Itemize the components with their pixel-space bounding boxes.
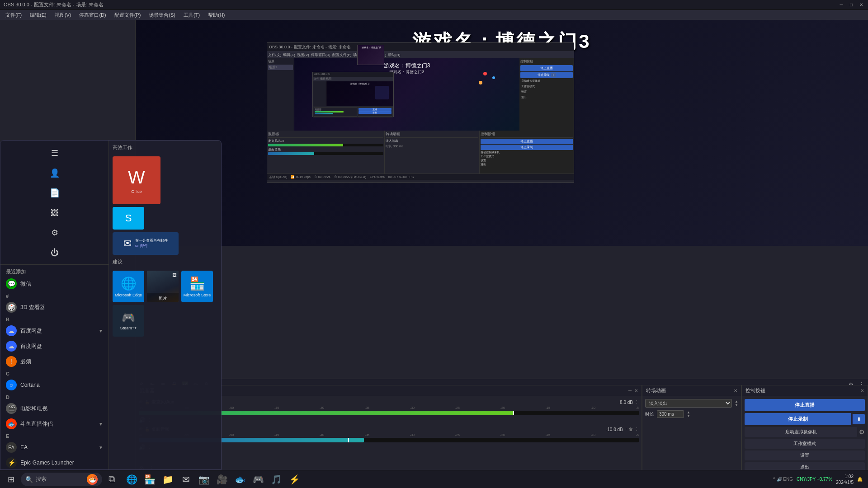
taskbar-app-edge[interactable]: 🌐 [123,471,140,488]
settings-sidebar-icon[interactable]: ⚙ [47,225,63,241]
nested-ctrl-exit: 退出 [481,163,573,167]
office-tile[interactable]: W Office [113,156,160,204]
app-baidu2[interactable]: ☁ 百度网盘 [0,338,108,354]
nested-ctrl-stream[interactable]: 停止直播 [481,139,573,144]
mixer-track1-more[interactable]: ⋮ [635,400,639,404]
user-icon[interactable]: 👤 [47,165,63,181]
duration-arrows: ▲ ▼ [687,411,690,418]
app-cortana[interactable]: ○ Cortana [0,377,108,393]
nested-status-bitrate: 📶 8019 kbps [291,175,310,179]
mixer-track2-more[interactable]: ⋮ [635,427,639,432]
mixer-track2-db: -10.0 dB [606,427,623,432]
taskbar-app-mail[interactable]: ✉ [177,471,194,488]
taskbar-search-logo: 🍜 [87,474,98,485]
app-baidu1[interactable]: ☁ 百度网盘 ▼ [0,323,108,338]
mixer-track2-del[interactable]: 🗑 [629,427,633,432]
transition-panel-header: 转场动画 ✕ [642,385,741,396]
menu-scenes[interactable]: 场景集合(S) [145,11,179,19]
menu-profile[interactable]: 配置文件(P) [111,11,145,19]
obs-titlebar: OBS 30.0.0 - 配置文件: 未命名 - 场景: 未命名 ─ □ ✕ [0,0,868,10]
skype-tile[interactable]: S [113,207,144,230]
email-text: 在一处查看所有邮件 ✉ 邮件 [135,238,168,249]
duration-down-arrow[interactable]: ▼ [687,414,690,418]
mixer-track2-add[interactable]: + [625,427,627,432]
menu-help[interactable]: 帮助(H) [204,11,228,19]
steampp-tile-icon: 🎮 [122,311,135,324]
documents-icon[interactable]: 📄 [47,185,63,201]
menu-edit[interactable]: 编辑(E) [26,11,50,19]
task-view-button[interactable]: ⧉ [103,471,120,488]
taskbar-search-icon: 🔍 [25,476,33,483]
taskbar-app-game1[interactable]: 🐟 [231,471,249,488]
taskbar-app-steam[interactable]: 🎮 [250,471,267,488]
pictures-icon[interactable]: 🖼 [47,205,63,221]
nested-stop-record[interactable]: 停止录制 ⏸ [520,72,573,78]
edge-tile[interactable]: 🌐 Microsoft Edge [113,271,144,302]
nested-status-stream: ⏱ 00:25:22 (PAUSED) [334,175,366,178]
maximize-button[interactable]: □ [848,2,854,8]
transition-content: 淡入淡出 切换 ▲ ▼ 时长 ▲ ▼ [642,396,741,421]
menu-docks[interactable]: 停靠窗口(D) [75,11,109,19]
app-3d-viewer[interactable]: 🎲 3D 查看器 [0,300,108,315]
app-epic[interactable]: ⚡ Epic Games Launcher [0,455,108,469]
nested-duration-label: 时长 300 ms [386,144,478,149]
transition-down-arrow[interactable]: ▼ [735,404,738,407]
app-wechat[interactable]: 💬 微信 [0,276,108,291]
app-douyu[interactable]: 🐟 斗鱼直播伴侣 ▼ [0,416,108,432]
start-menu-content: ☰ 👤 📄 🖼 ⚙ ⏻ 最近添加 💬 微信 # 🎲 3D 查看器 [0,141,221,469]
steampp-tile[interactable]: 🎮 Steam++ [113,305,144,337]
notification-icon[interactable]: 🔔 [857,477,863,482]
controls-close-icon: ✕ [860,388,864,393]
taskbar-app-obs[interactable]: 🎥 [213,471,231,488]
power-icon[interactable]: ⏻ [47,244,63,261]
ea-expand-icon[interactable]: ▼ [99,445,103,450]
menu-view[interactable]: 视图(V) [51,11,75,19]
innermost-title: 游戏名：博德之门3 [350,82,370,85]
duration-input[interactable] [657,410,684,418]
taskbar-time[interactable]: 1:02 2024/1/5 [836,474,854,485]
taskbar-search-bar[interactable]: 🔍 搜索 🍜 [21,473,102,486]
nested-menu-help: 帮助(H) [388,52,400,57]
minimize-button[interactable]: ─ [838,2,844,8]
hamburger-icon[interactable]: ☰ [47,145,63,161]
app-ea[interactable]: EA EA ▼ [0,440,108,455]
hash-section: # [0,291,108,300]
edge-tile-label: Microsoft Edge [115,293,142,297]
close-button[interactable]: ✕ [858,2,864,8]
b-section: B [0,315,108,323]
virtual-cam-button[interactable]: 启动虚拟摄像机 [745,427,857,437]
photo-tile[interactable]: 照片 🖼 [147,271,179,302]
email-tile[interactable]: ✉ 在一处查看所有邮件 ✉ 邮件 [113,232,179,255]
virtual-cam-gear-icon[interactable]: ⚙ [859,428,865,436]
transition-type-select[interactable]: 淡入淡出 切换 [645,399,732,408]
baidu-expand-icon[interactable]: ▼ [99,328,103,333]
nested-status-fps: 60.00 / 60.00 FPS [388,175,414,178]
settings-button[interactable]: 设置 [745,450,865,460]
menu-file[interactable]: 文件(F) [2,11,25,19]
stop-stream-button[interactable]: 停止直播 [745,399,865,411]
stop-record-button[interactable]: 停止录制 [745,413,851,425]
nested-menu-docks: 停靠窗口(D) [311,52,330,57]
taskbar-search-text: 搜索 [36,475,84,483]
nested-stop-stream[interactable]: 停止直播 [520,65,573,71]
taskbar-app-camera[interactable]: 📷 [195,471,212,488]
taskbar-app-more[interactable]: ⚡ [286,471,303,488]
menu-tools[interactable]: 工具(T) [180,11,203,19]
nested-menu-view: 视图(V) [297,52,309,57]
bisu-icon: ! [6,356,17,367]
nested-ctrl-record[interactable]: 停止录制 [481,145,573,150]
nested-status-frames: 基轨 0(0.0%) [269,175,287,179]
start-menu[interactable]: ☰ 👤 📄 🖼 ⚙ ⏻ 最近添加 💬 微信 # 🎲 3D 查看器 [0,140,222,470]
taskbar-app-music[interactable]: 🎵 [268,471,285,488]
pause-record-button[interactable]: ⏸ [852,414,865,424]
msstore-tile[interactable]: 🏪 Microsoft Store [181,271,213,302]
obs-panels: 混音器 ─ ✕ 👁 🔓 麦克风/Aux 8.0 dB ⋮ -60-55-50-4… [136,385,868,475]
douyu-expand-icon[interactable]: ▼ [99,422,103,427]
studio-mode-button[interactable]: 工作室模式 [745,439,865,449]
taskbar-app-files[interactable]: 📁 [159,471,176,488]
app-movie[interactable]: 🎬 电影和电视 [0,401,108,416]
taskbar-app-store[interactable]: 🏪 [141,471,158,488]
start-button[interactable]: ⊞ [2,471,20,488]
mail-icon-small: ✉ [135,244,139,249]
app-bisu[interactable]: ! 必须 [0,354,108,369]
